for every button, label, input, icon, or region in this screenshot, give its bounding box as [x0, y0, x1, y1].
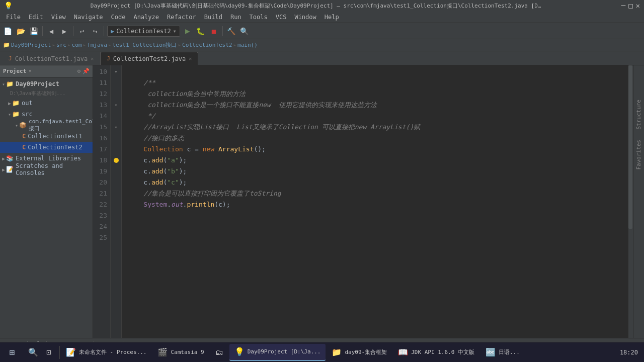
- save-button[interactable]: 💾: [28, 26, 39, 37]
- menu-refactor[interactable]: Refactor: [163, 13, 200, 22]
- build-button[interactable]: 🔨: [226, 26, 237, 37]
- side-tab-favorites[interactable]: Favorites: [633, 136, 644, 174]
- breadcrumb-class[interactable]: CollectionTest2: [182, 42, 232, 48]
- menu-vcs[interactable]: VCS: [272, 13, 291, 22]
- menu-navigate[interactable]: Navigate: [70, 13, 107, 22]
- breadcrumb-com[interactable]: com: [72, 42, 82, 48]
- search-everywhere-button[interactable]: 🔍: [239, 26, 250, 37]
- tree-root[interactable]: ▾ 📁 Day09Project: [0, 78, 93, 89]
- out-folder-icon: 📁: [12, 100, 20, 107]
- toolbar-separator-2: [73, 26, 73, 36]
- tab-collection-test2[interactable]: J CollectionTest2.java ✕: [100, 52, 198, 65]
- breadcrumb-project[interactable]: Day09Project: [11, 42, 51, 48]
- taskbar: ⊞ 🔍 ⊡ 📝 未命名文件 - Proces... 🎬 Camtasia 9 🗂…: [0, 342, 644, 362]
- close-button[interactable]: ✕: [636, 2, 640, 10]
- taskbar-item-explorer[interactable]: 🗂: [210, 344, 228, 361]
- toolbar-separator-1: [42, 26, 43, 36]
- src-folder-icon: 📁: [12, 111, 20, 118]
- side-tabs: Structure Favorites: [633, 65, 644, 338]
- title-bar: 💡 Day09Project [D:\Java事基础代码\剑日基础代码\day0…: [0, 0, 644, 11]
- menu-window[interactable]: Window: [290, 13, 320, 22]
- minimize-button[interactable]: ─: [621, 2, 625, 10]
- menu-run[interactable]: Run: [226, 13, 246, 22]
- menu-edit[interactable]: Edit: [25, 13, 47, 22]
- menu-view[interactable]: View: [47, 13, 70, 22]
- tree-item-out[interactable]: ▶ 📁 out: [0, 98, 93, 109]
- back-button[interactable]: ◀: [46, 26, 57, 37]
- fold-arrow-10[interactable]: ▾: [115, 69, 117, 74]
- project-settings-icon[interactable]: ⚙: [77, 68, 80, 74]
- breakpoint-18[interactable]: [114, 158, 119, 163]
- project-breadcrumb-icon: 📁: [3, 42, 10, 48]
- menu-build[interactable]: Build: [200, 13, 226, 22]
- menu-analyze[interactable]: Analyze: [129, 13, 163, 22]
- taskbar-item-jdk-api[interactable]: 📖 JDK API 1.6.0 中文版: [393, 344, 479, 361]
- java-file-icon-2: C: [22, 144, 26, 151]
- menu-file[interactable]: File: [2, 13, 25, 22]
- project-pin-icon[interactable]: 📌: [83, 68, 90, 74]
- editor-area[interactable]: 10 11 12 13 14 15 16 17 18 19 20 21 22 2…: [93, 65, 633, 338]
- menu-help[interactable]: Help: [320, 13, 343, 22]
- maximize-button[interactable]: □: [628, 2, 632, 10]
- breadcrumb-test1[interactable]: test1_Collection接口: [112, 41, 177, 49]
- taskbar-item-folder[interactable]: 📁 day09-集合框架: [327, 344, 392, 361]
- stop-button[interactable]: ■: [208, 26, 219, 37]
- redo-button[interactable]: ↪: [90, 26, 101, 37]
- window-title: Day09Project [D:\Java事基础代码\剑日基础代码\day09-…: [91, 2, 543, 10]
- root-folder-icon: 📁: [6, 80, 14, 87]
- fold-arrow-15[interactable]: ▾: [115, 125, 117, 130]
- debug-button[interactable]: 🐛: [195, 26, 206, 37]
- breadcrumb-src[interactable]: src: [56, 42, 66, 48]
- taskbar-item-japanese[interactable]: 🔤 日语...: [480, 344, 525, 361]
- tab-bar: J CollectionTest1.java ✕ J CollectionTes…: [0, 51, 644, 65]
- undo-button[interactable]: ↩: [76, 26, 88, 37]
- fold-arrow-13[interactable]: ▾: [115, 103, 117, 108]
- breadcrumb-bar: 📁 Day09Project ▸ src ▸ com ▸ fmjava ▸ te…: [0, 39, 644, 51]
- tree-ct2-label: CollectionTest2: [28, 144, 82, 151]
- breadcrumb-fmjava[interactable]: fmjava: [87, 42, 107, 48]
- side-tab-structure[interactable]: Structure: [633, 96, 644, 134]
- project-panel: Project ▾ ⚙ 📌 ▾ 📁 Day09Project D:\Java事基…: [0, 65, 93, 338]
- breadcrumb-method[interactable]: main(): [237, 42, 258, 48]
- start-button[interactable]: ⊞: [2, 344, 22, 361]
- menu-tools[interactable]: Tools: [246, 13, 272, 22]
- tree-out-label: out: [22, 100, 33, 107]
- run-config-dropdown[interactable]: ▶ CollectionTest2 ▾: [107, 26, 180, 37]
- java-file-icon-1: C: [22, 133, 26, 140]
- tab-collection-test1-label: CollectionTest1.java: [15, 55, 88, 62]
- toolbar-separator-4: [222, 26, 223, 36]
- code-editor[interactable]: /** collection集合当中常用的方法 collection集合是一个接…: [122, 65, 628, 338]
- tree-item-ct1[interactable]: C CollectionTest1: [0, 131, 93, 142]
- new-file-button[interactable]: 📄: [2, 26, 13, 37]
- open-button[interactable]: 📂: [15, 26, 26, 37]
- line-numbers: 10 11 12 13 14 15 16 17 18 19 20 21 22 2…: [93, 65, 111, 338]
- tree-item-ct2[interactable]: C CollectionTest2: [0, 142, 93, 153]
- project-panel-header: Project ▾ ⚙ 📌: [0, 65, 93, 77]
- tree-scratches-label: Scratches and Consoles: [16, 162, 91, 176]
- taskbar-time: 18:20: [620, 349, 638, 356]
- taskbar-item-search[interactable]: 🔍: [23, 344, 40, 361]
- taskbar-right: 18:20: [620, 349, 642, 356]
- forward-button[interactable]: ▶: [59, 26, 70, 37]
- toolbar-separator-3: [104, 26, 104, 36]
- tab-collection-test1[interactable]: J CollectionTest1.java ✕: [2, 52, 100, 65]
- tab-collection-test2-label: CollectionTest2.java: [113, 55, 186, 62]
- taskbar-item-notepad[interactable]: 📝 未命名文件 - Proces...: [61, 344, 151, 361]
- project-label: Project: [3, 68, 26, 74]
- taskbar-item-idea[interactable]: 💡 Day09Project [D:\Ja...: [229, 344, 326, 361]
- toolbar: 📄 📂 💾 ◀ ▶ ↩ ↪ ▶ CollectionTest2 ▾ ▶ 🐛 ■ …: [0, 23, 644, 39]
- tab-collection-test1-close[interactable]: ✕: [91, 56, 94, 61]
- tree-ct1-label: CollectionTest1: [28, 133, 82, 140]
- menu-bar: File Edit View Navigate Code Analyze Ref…: [0, 11, 644, 23]
- tab-collection-test2-close[interactable]: ✕: [189, 56, 192, 61]
- run-button[interactable]: ▶: [182, 26, 193, 37]
- tree-package-label: com.fmjava.test1_Collection接口: [29, 118, 93, 132]
- taskbar-item-task-view[interactable]: ⊡: [41, 344, 58, 361]
- taskbar-sep: [59, 346, 60, 359]
- tree-item-package[interactable]: ▾ 📦 com.fmjava.test1_Collection接口: [0, 120, 93, 131]
- tree-item-scratches[interactable]: ▶ 📝 Scratches and Consoles: [0, 164, 93, 175]
- menu-code[interactable]: Code: [107, 13, 130, 22]
- tree-ext-libs-label: External Libraries: [16, 155, 81, 162]
- run-config-label: CollectionTest2: [116, 28, 171, 35]
- taskbar-item-camtasia[interactable]: 🎬 Camtasia 9: [152, 344, 209, 361]
